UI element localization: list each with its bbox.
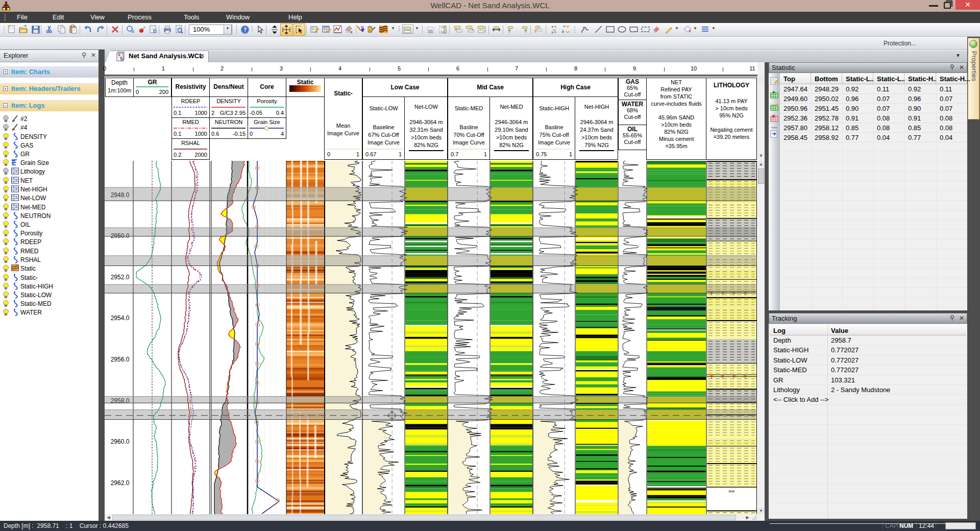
svg-text:2952.0: 2952.0 [111, 274, 130, 281]
svg-text:N: N [361, 25, 364, 30]
svg-text:2960.0: 2960.0 [111, 438, 130, 445]
svg-text:2954.0: 2954.0 [111, 315, 130, 322]
svg-text:≈≈: ≈≈ [728, 488, 734, 494]
svg-text:?: ? [243, 27, 247, 33]
svg-text:2956.0: 2956.0 [111, 356, 130, 363]
svg-text:2962.0: 2962.0 [111, 479, 130, 487]
